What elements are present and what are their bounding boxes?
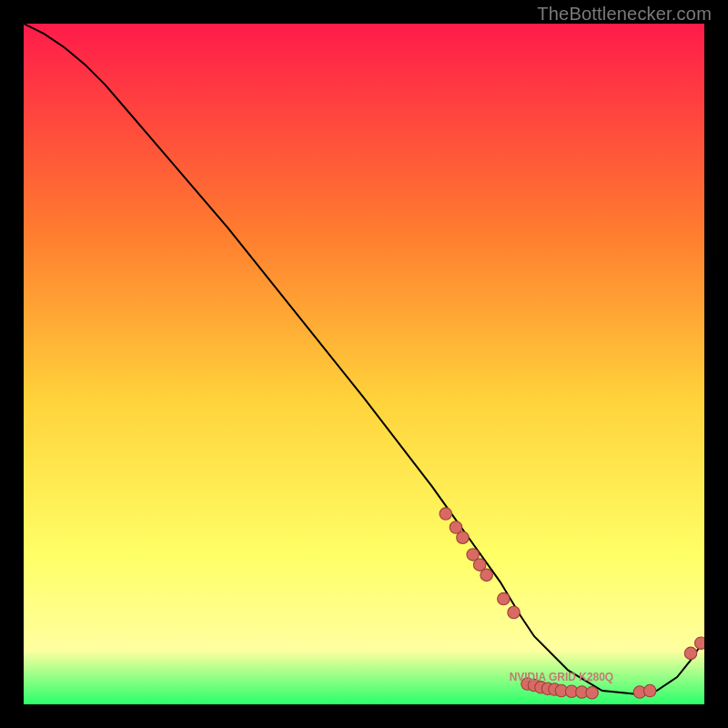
chart-frame: TheBottlenecker.com NVIDIA GRID K280Q: [0, 0, 728, 728]
curve-marker: [498, 592, 510, 604]
curve-marker: [480, 569, 492, 581]
plot-area: NVIDIA GRID K280Q: [24, 24, 704, 704]
curve-marker: [440, 508, 451, 520]
axis-label: NVIDIA GRID K280Q: [510, 671, 613, 683]
curve-marker: [586, 687, 598, 699]
gradient-background: [24, 24, 704, 704]
curve-marker: [457, 531, 469, 543]
curve-marker: [684, 647, 696, 659]
plot-svg: NVIDIA GRID K280Q: [24, 24, 704, 704]
curve-marker: [508, 606, 520, 618]
curve-marker: [695, 637, 704, 649]
curve-marker: [643, 684, 655, 696]
watermark-text: TheBottlenecker.com: [537, 4, 712, 25]
